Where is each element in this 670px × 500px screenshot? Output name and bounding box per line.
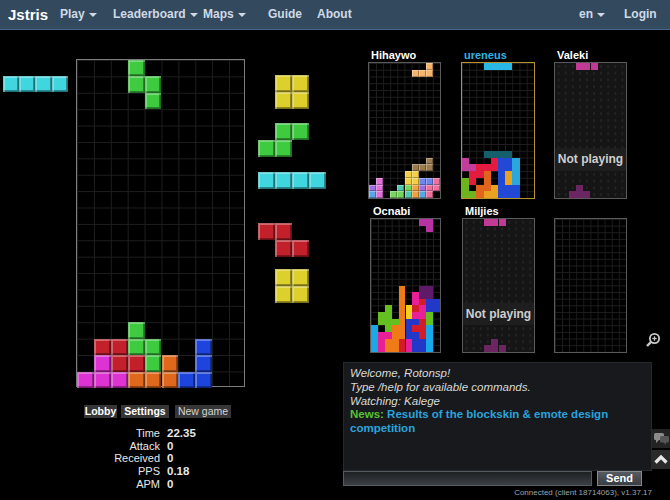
queue-piece-block <box>292 240 309 257</box>
mini-block <box>484 345 491 352</box>
nav-about[interactable]: About <box>317 0 352 29</box>
mini-block <box>406 332 413 339</box>
queue-piece-block <box>258 172 275 189</box>
mini-block <box>491 339 498 346</box>
queue-piece-block <box>275 269 292 286</box>
mini-block <box>484 191 491 198</box>
mini-block <box>433 178 440 185</box>
mini-block <box>399 305 406 312</box>
mini-block <box>583 63 590 70</box>
mini-block <box>426 319 433 326</box>
mini-block <box>405 171 412 178</box>
queue-piece-block <box>275 140 292 157</box>
not-playing-overlay: Not playing <box>555 148 626 171</box>
mini-block <box>505 185 512 192</box>
mini-block <box>433 299 440 306</box>
mini-block <box>369 191 376 198</box>
queue-piece-block <box>275 172 292 189</box>
mini-block <box>392 319 399 326</box>
mini-block <box>412 185 419 192</box>
mini-block <box>371 325 378 332</box>
mini-block <box>569 191 576 198</box>
mini-block <box>491 151 498 158</box>
mini-block <box>476 191 483 198</box>
nav-en[interactable]: en <box>579 0 605 29</box>
mini-block <box>433 185 440 192</box>
stack-block <box>128 339 145 355</box>
queue-piece-block <box>292 92 309 109</box>
mini-block <box>426 226 433 233</box>
nav-play[interactable]: Play <box>60 0 97 29</box>
stat-row-time: Time22.35 <box>60 427 196 440</box>
mini-block <box>476 164 483 171</box>
mini-block <box>491 185 498 192</box>
mini-block <box>419 305 426 312</box>
brand[interactable]: Jstris <box>8 0 48 29</box>
chat-text: Watching: Kalege <box>350 395 440 407</box>
zoom-icon[interactable] <box>645 332 661 348</box>
mini-block <box>419 219 426 226</box>
new-game-button[interactable]: New game <box>175 405 231 418</box>
queue-piece-block <box>275 92 292 109</box>
mini-block <box>399 319 406 326</box>
mini-block <box>498 151 505 158</box>
nav-guide[interactable]: Guide <box>268 0 302 29</box>
queue-piece-block <box>292 286 309 303</box>
chat-toggle-button[interactable] <box>652 429 670 448</box>
mini-block <box>419 319 426 326</box>
opponent-board-ureneus <box>461 62 535 199</box>
player-name: Miljies <box>465 205 499 217</box>
chat-text: Welcome, Rotonsp! <box>350 367 450 379</box>
chat-link[interactable]: competition <box>350 422 415 434</box>
mini-block <box>412 70 419 77</box>
stat-value: 0 <box>167 478 173 491</box>
mini-block <box>426 219 433 226</box>
send-button[interactable]: Send <box>597 471 642 486</box>
mini-block <box>469 164 476 171</box>
mini-block <box>419 164 426 171</box>
mini-block <box>498 185 505 192</box>
mini-block <box>491 345 498 352</box>
mini-block <box>469 191 476 198</box>
mini-block <box>484 151 491 158</box>
opponent-board-hihaywo <box>368 62 441 199</box>
mini-block <box>399 339 406 346</box>
nav-login[interactable]: Login <box>624 0 657 29</box>
stack-block <box>178 372 195 388</box>
mini-block <box>385 312 392 319</box>
chevron-up-icon <box>652 450 670 469</box>
stack-block <box>128 355 145 371</box>
mini-block <box>491 63 498 70</box>
caret-down-icon <box>190 13 198 17</box>
mini-block <box>412 332 419 339</box>
chat-collapse-button[interactable] <box>652 450 670 469</box>
falling-piece-block <box>145 76 162 92</box>
mini-block <box>412 339 419 346</box>
lobby-button[interactable]: Lobby <box>84 405 117 418</box>
mini-block <box>426 178 433 185</box>
hold-piece-block <box>52 76 68 92</box>
mini-block <box>406 312 413 319</box>
stat-value: 0.18 <box>167 465 189 478</box>
nav-maps[interactable]: Maps <box>203 0 246 29</box>
mini-block <box>505 178 512 185</box>
mini-block <box>512 158 519 165</box>
mini-block <box>412 325 419 332</box>
mini-block <box>576 63 583 70</box>
mini-block <box>576 185 583 192</box>
chat-input[interactable] <box>343 471 592 486</box>
chat-line: competition <box>350 422 645 436</box>
mini-block <box>491 158 498 165</box>
mini-block <box>419 191 426 198</box>
stack-block <box>162 355 179 371</box>
mini-block <box>406 305 413 312</box>
stack-block <box>145 339 162 355</box>
mini-block <box>419 339 426 346</box>
mini-block <box>462 185 469 192</box>
mini-block <box>376 191 383 198</box>
chat-link[interactable]: Results of the blockskin & emote design <box>384 408 608 420</box>
settings-button[interactable]: Settings <box>121 405 169 418</box>
queue-piece-block <box>292 269 309 286</box>
nav-leaderboard[interactable]: Leaderboard <box>113 0 198 29</box>
mini-block <box>406 325 413 332</box>
